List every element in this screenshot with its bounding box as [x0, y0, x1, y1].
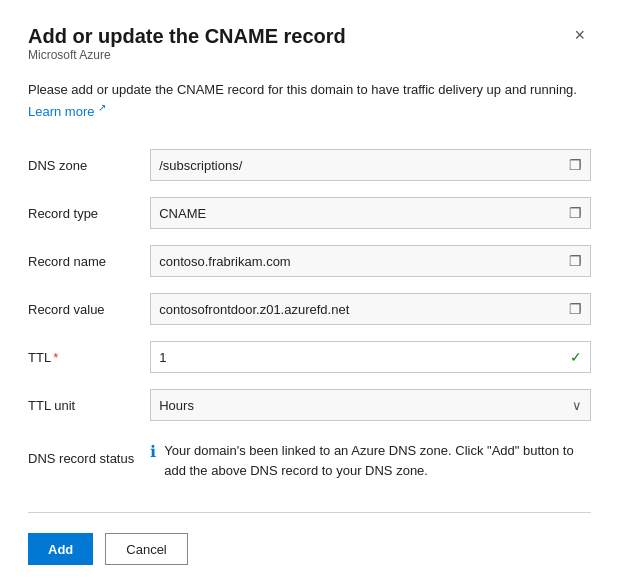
- external-link-icon: ↗: [98, 102, 106, 113]
- ttl-row: TTL * ✓: [28, 333, 591, 381]
- record-name-field: contoso.frabrikam.com ❐: [150, 245, 591, 277]
- record-type-row: Record type CNAME ❐: [28, 189, 591, 237]
- record-name-value: contoso.frabrikam.com: [159, 254, 563, 269]
- ttl-unit-label: TTL unit: [28, 381, 150, 429]
- info-icon: ℹ: [150, 442, 156, 461]
- ttl-input[interactable]: [159, 350, 570, 365]
- record-type-field: CNAME ❐: [150, 197, 591, 229]
- ttl-check-icon: ✓: [570, 349, 582, 365]
- close-button[interactable]: ×: [568, 24, 591, 46]
- learn-more-link[interactable]: Learn more ↗: [28, 104, 106, 119]
- dns-zone-copy-icon[interactable]: ❐: [569, 157, 582, 173]
- footer-divider: [28, 512, 591, 513]
- ttl-input-box[interactable]: ✓: [150, 341, 591, 373]
- description-text: Please add or update the CNAME record fo…: [28, 80, 591, 121]
- record-value-label: Record value: [28, 285, 150, 333]
- dns-status-row: DNS record status ℹ Your domain's been l…: [28, 429, 591, 488]
- form-table: DNS zone /subscriptions/ ❐ Record type C…: [28, 141, 591, 488]
- ttl-required-star: *: [53, 350, 58, 365]
- dialog-header: Add or update the CNAME record Microsoft…: [28, 24, 591, 78]
- dns-zone-label: DNS zone: [28, 141, 150, 189]
- record-value-row: Record value contosofrontdoor.z01.azuref…: [28, 285, 591, 333]
- dns-zone-row: DNS zone /subscriptions/ ❐: [28, 141, 591, 189]
- ttl-unit-value: Hours: [159, 398, 572, 413]
- ttl-unit-row: TTL unit Hours ∨: [28, 381, 591, 429]
- ttl-unit-chevron-icon: ∨: [572, 398, 582, 413]
- dns-status-text: Your domain's been linked to an Azure DN…: [164, 441, 591, 480]
- record-name-copy-icon[interactable]: ❐: [569, 253, 582, 269]
- record-type-copy-icon[interactable]: ❐: [569, 205, 582, 221]
- dns-zone-field: /subscriptions/ ❐: [150, 149, 591, 181]
- record-value-copy-icon[interactable]: ❐: [569, 301, 582, 317]
- dns-status-cell: ℹ Your domain's been linked to an Azure …: [150, 437, 591, 480]
- footer-buttons: Add Cancel: [28, 533, 591, 565]
- ttl-label: TTL: [28, 350, 51, 365]
- ttl-label-cell: TTL *: [28, 333, 150, 381]
- dns-status-label: DNS record status: [28, 429, 150, 488]
- dns-zone-value: /subscriptions/: [159, 158, 563, 173]
- dialog-subtitle: Microsoft Azure: [28, 48, 346, 62]
- record-name-row: Record name contoso.frabrikam.com ❐: [28, 237, 591, 285]
- record-type-label: Record type: [28, 189, 150, 237]
- ttl-unit-select[interactable]: Hours ∨: [150, 389, 591, 421]
- cname-dialog: Add or update the CNAME record Microsoft…: [0, 0, 619, 584]
- close-icon: ×: [574, 25, 585, 45]
- dialog-title: Add or update the CNAME record: [28, 24, 346, 48]
- record-value-value: contosofrontdoor.z01.azurefd.net: [159, 302, 563, 317]
- add-button[interactable]: Add: [28, 533, 93, 565]
- cancel-button[interactable]: Cancel: [105, 533, 187, 565]
- record-name-label: Record name: [28, 237, 150, 285]
- record-type-value: CNAME: [159, 206, 563, 221]
- record-value-field: contosofrontdoor.z01.azurefd.net ❐: [150, 293, 591, 325]
